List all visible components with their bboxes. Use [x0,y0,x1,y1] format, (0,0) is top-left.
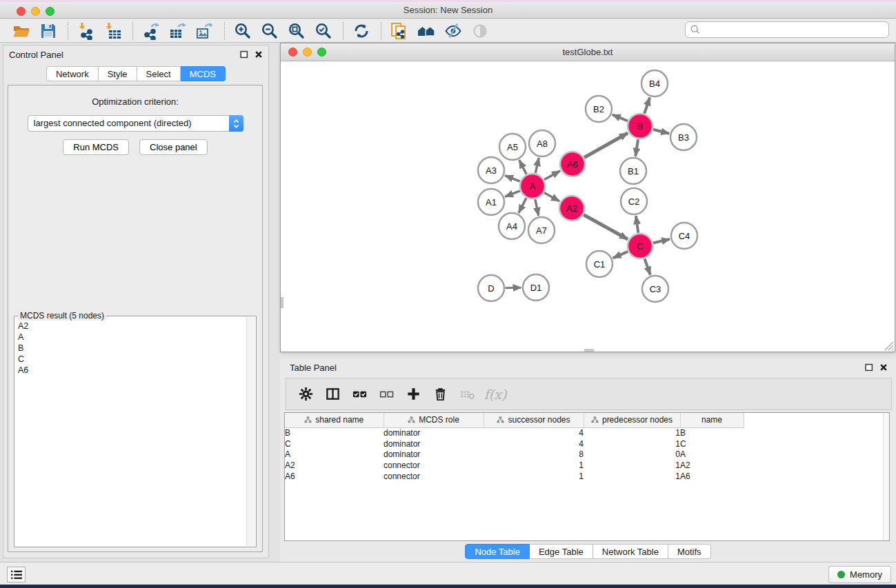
graph-edge-C-C1[interactable] [613,252,628,258]
zoom-in-button[interactable] [232,21,253,41]
import-table-button[interactable] [103,21,123,41]
delete-table-button[interactable] [455,383,479,405]
zoom-selected-button[interactable] [313,21,334,41]
task-history-button[interactable] [7,567,26,582]
graph-edge-A2-C[interactable] [584,214,628,239]
graph-node-C[interactable]: C [628,234,653,258]
table-cell[interactable]: 0 [584,449,680,460]
graph-edge-B-B1[interactable] [635,139,638,156]
horizontal-scroll-thumb[interactable] [584,349,594,352]
table-cell[interactable]: 1 [584,438,680,449]
column-header-predecessor-nodes[interactable]: predecessor nodes [584,413,680,427]
graph-node-C4[interactable]: C4 [671,223,697,249]
tab-network[interactable]: Network [46,66,99,81]
graph-edge-A6-B[interactable] [584,133,628,157]
graph-node-B2[interactable]: B2 [586,96,612,122]
table-cell[interactable]: 1 [484,460,584,471]
column-header-MCDS-role[interactable]: MCDS role [384,413,484,427]
search-field[interactable] [685,21,889,38]
table-cell[interactable]: 4 [484,438,584,449]
open-session-button[interactable] [11,21,32,41]
table-cell[interactable]: B [680,427,744,438]
network-graph[interactable]: B4B2BB3A8A5A6A3B1AA1C2A2A4A7C4CC1C3DD1 [281,61,895,352]
table-cell[interactable]: C [680,438,744,449]
graph-edge-A-A6[interactable] [544,171,560,180]
graph-edge-A-A4[interactable] [519,198,526,213]
tab-network-table[interactable]: Network Table [593,544,668,559]
result-scrollbar[interactable] [246,317,255,546]
graph-node-A4[interactable]: A4 [499,213,525,239]
run-mcds-button[interactable]: Run MCDS [63,139,129,155]
graph-edge-A-A3[interactable] [505,176,520,181]
close-panel-button[interactable]: Close panel [139,139,208,155]
table-cell[interactable]: 1 [584,427,680,438]
search-input[interactable] [701,23,888,37]
mcds-result-item[interactable]: C [18,354,256,365]
table-cell[interactable]: B [285,427,384,438]
float-table-panel-icon[interactable] [865,363,873,372]
resize-grip-icon[interactable] [884,341,894,351]
graph-edge-A-A5[interactable] [519,160,526,174]
graph-node-C3[interactable]: C3 [642,276,668,302]
export-network-button[interactable] [141,21,161,41]
graph-node-C2[interactable]: C2 [621,188,647,214]
table-cell[interactable]: C [285,438,384,449]
import-network-button[interactable] [76,21,97,41]
mcds-result-item[interactable]: B [18,343,256,354]
graph-node-B[interactable]: B [628,114,653,139]
table-cell[interactable]: 8 [484,449,584,460]
table-cell[interactable]: 4 [484,427,584,438]
save-session-button[interactable] [38,21,59,41]
table-cell[interactable]: 1 [584,471,680,482]
table-cell[interactable]: dominator [384,427,484,438]
graph-node-B4[interactable]: B4 [641,70,668,97]
tab-motifs[interactable]: Motifs [668,544,711,559]
graph-edge-C-C3[interactable] [645,258,650,274]
tab-style[interactable]: Style [99,66,137,81]
show-eye-button[interactable] [470,21,490,41]
mcds-result-item[interactable]: A6 [18,365,256,376]
table-cell[interactable]: 1 [484,471,584,482]
column-header-successor-nodes[interactable]: successor nodes [484,413,584,427]
table-cell[interactable]: A2 [680,460,744,471]
zoom-out-button[interactable] [259,21,280,41]
graph-node-A3[interactable]: A3 [478,157,504,183]
mcds-result-item[interactable]: A2 [18,321,256,332]
show-columns-button[interactable] [320,383,345,405]
graph-node-C1[interactable]: C1 [586,251,613,277]
home-button[interactable] [416,21,437,41]
table-cell[interactable]: dominator [384,449,484,460]
hide-panels-button[interactable] [443,21,464,41]
graph-edge-C-C2[interactable] [636,216,638,232]
graph-edge-C-C4[interactable] [653,239,670,243]
network-canvas[interactable]: B4B2BB3A8A5A6A3B1AA1C2A2A4A7C4CC1C3DD1 [281,61,895,352]
graph-node-A7[interactable]: A7 [528,217,555,243]
function-builder-button[interactable]: f(x) [481,383,506,405]
close-panel-icon[interactable] [255,50,263,59]
table-row[interactable]: A6connector11A6 [285,471,744,482]
graph-edge-A-A8[interactable] [535,158,539,173]
graph-edge-B-B3[interactable] [653,130,669,134]
table-row[interactable]: A2connector11A2 [285,460,744,471]
graph-node-B3[interactable]: B3 [670,124,697,150]
table-cell[interactable]: connector [384,471,484,482]
export-table-button[interactable] [168,21,188,41]
graph-node-B1[interactable]: B1 [620,158,646,184]
clone-network-button[interactable] [389,21,410,41]
table-cell[interactable]: A2 [285,460,384,471]
vertical-scroll-thumb[interactable] [281,297,283,308]
graph-node-A[interactable]: A [520,174,545,199]
table-cell[interactable]: dominator [384,438,484,449]
column-header-name[interactable]: name [680,413,744,427]
tab-node-table[interactable]: Node Table [465,544,530,559]
graph-node-A5[interactable]: A5 [499,134,526,160]
table-row[interactable]: Adominator80A [285,449,744,460]
delete-row-button[interactable] [428,383,452,405]
graph-edge-A-A2[interactable] [544,193,559,201]
graph-edge-B-B2[interactable] [613,114,628,121]
graph-node-A6[interactable]: A6 [560,152,585,176]
mcds-result-item[interactable]: A [18,332,256,343]
settings-gear-button[interactable] [293,383,318,405]
table-cell[interactable]: A6 [285,471,384,482]
float-panel-icon[interactable] [240,50,248,59]
